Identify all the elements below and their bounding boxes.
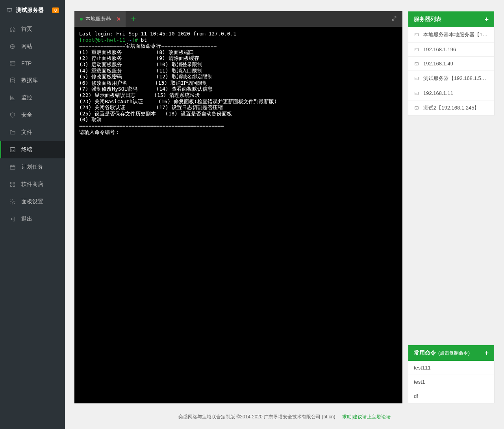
- footer: 奕盛网络与宝塔联合定制版 ©2014-2020 广东堡塔安全技术有限公司 (bt…: [65, 403, 504, 429]
- ftp-icon: [9, 60, 16, 67]
- svg-rect-3: [10, 64, 15, 65]
- sidebar-item-chart[interactable]: 监控: [0, 89, 65, 106]
- sidebar-item-shield[interactable]: 安全: [0, 106, 65, 124]
- server-list-item[interactable]: 192.168.1.11: [408, 86, 494, 100]
- svg-rect-15: [415, 48, 419, 51]
- server-list-header: 服务器列表 +: [408, 11, 494, 27]
- terminal-panel: 本地服务器 ✕ + Last login: Fri Sep 11 10:45:1…: [74, 11, 402, 403]
- fullscreen-button[interactable]: [391, 16, 397, 22]
- sidebar-header: 测试服务器 0: [0, 0, 65, 20]
- sidebar-item-label: 面板设置: [21, 198, 43, 205]
- server-list-item[interactable]: 192.168.1.49: [408, 56, 494, 71]
- sidebar-item-label: 退出: [21, 215, 32, 223]
- sidebar-item-exit[interactable]: 退出: [0, 210, 65, 228]
- server-list-item[interactable]: 测试2【192.168.1.245】: [408, 100, 494, 115]
- sidebar-item-label: 安全: [21, 111, 32, 119]
- terminal-small-icon: [414, 76, 419, 81]
- terminal-small-icon: [414, 91, 419, 96]
- sidebar-item-home[interactable]: 首页: [0, 20, 65, 38]
- svg-rect-11: [11, 185, 12, 186]
- add-server-button[interactable]: +: [484, 17, 489, 22]
- svg-rect-16: [415, 62, 419, 65]
- terminal-small-icon: [414, 106, 419, 110]
- sidebar-item-label: 数据库: [21, 77, 38, 84]
- terminal-tab[interactable]: 本地服务器 ✕: [74, 11, 126, 27]
- server-list-title: 服务器列表: [414, 16, 441, 23]
- add-command-button[interactable]: +: [484, 350, 489, 356]
- svg-point-6: [11, 78, 15, 79]
- server-list-item[interactable]: 本地服务器本地服务器【127.0.0....: [408, 27, 494, 42]
- terminal-icon: [9, 147, 16, 153]
- sidebar-item-globe[interactable]: 网站: [0, 38, 65, 55]
- svg-rect-17: [415, 77, 419, 80]
- sidebar: 测试服务器 0 首页网站FTP数据库监控安全文件终端计划任务软件商店面板设置退出: [0, 0, 65, 429]
- calendar-icon: [9, 164, 16, 170]
- sidebar-nav: 首页网站FTP数据库监控安全文件终端计划任务软件商店面板设置退出: [0, 20, 65, 228]
- server-list-item[interactable]: 测试服务器【192.168.1.53】: [408, 71, 494, 86]
- sidebar-item-label: 网站: [21, 43, 32, 50]
- server-name-title: 测试服务器: [6, 7, 44, 14]
- sidebar-item-gear[interactable]: 面板设置: [0, 193, 65, 210]
- svg-rect-12: [13, 185, 15, 186]
- sidebar-item-label: 监控: [21, 94, 32, 101]
- expand-icon: [391, 16, 397, 21]
- exit-icon: [9, 216, 16, 222]
- svg-point-5: [11, 65, 11, 65]
- notification-badge[interactable]: 0: [52, 7, 59, 13]
- terminal-small-icon: [414, 61, 419, 66]
- terminal-output[interactable]: Last login: Fri Sep 11 10:45:10 2020 fro…: [74, 27, 402, 403]
- command-item[interactable]: df: [408, 389, 494, 403]
- footer-text: 奕盛网络与宝塔联合定制版 ©2014-2020 广东堡塔安全技术有限公司 (bt…: [178, 414, 335, 420]
- globe-icon: [9, 43, 16, 50]
- svg-rect-19: [415, 107, 419, 110]
- sidebar-item-terminal[interactable]: 终端: [0, 141, 65, 158]
- monitor-icon: [6, 7, 13, 13]
- close-tab-icon[interactable]: ✕: [117, 16, 121, 22]
- svg-rect-2: [10, 61, 15, 63]
- terminal-small-icon: [414, 32, 419, 37]
- svg-rect-18: [415, 92, 419, 95]
- database-icon: [9, 77, 16, 84]
- command-item[interactable]: test111: [408, 361, 494, 375]
- server-list-card: 服务器列表 + 本地服务器本地服务器【127.0.0....192.168.1.…: [408, 11, 495, 116]
- add-tab-button[interactable]: +: [126, 14, 141, 24]
- main-area: 本地服务器 ✕ + Last login: Fri Sep 11 10:45:1…: [65, 0, 504, 429]
- svg-point-4: [11, 62, 11, 63]
- commands-header: 常用命令 (点击复制命令) +: [408, 345, 494, 361]
- home-icon: [9, 26, 16, 32]
- terminal-small-icon: [414, 47, 419, 52]
- footer-link[interactable]: 求助|建议请上宝塔论坛: [342, 414, 391, 420]
- svg-rect-9: [11, 182, 12, 184]
- folder-icon: [9, 129, 16, 136]
- sidebar-item-folder[interactable]: 文件: [0, 124, 65, 141]
- sidebar-item-label: 终端: [21, 146, 32, 153]
- chart-icon: [9, 95, 16, 101]
- grid-icon: [9, 181, 16, 188]
- svg-rect-8: [10, 165, 15, 169]
- command-item[interactable]: test1: [408, 375, 494, 389]
- gear-icon: [9, 199, 16, 205]
- shield-icon: [9, 112, 16, 118]
- svg-rect-10: [13, 182, 15, 184]
- sidebar-item-label: 首页: [21, 26, 32, 33]
- commands-title: 常用命令 (点击复制命令): [414, 349, 470, 357]
- commands-card: 常用命令 (点击复制命令) + test111test1df: [408, 345, 495, 403]
- svg-rect-14: [415, 33, 419, 36]
- server-list-item[interactable]: 192.168.1.196: [408, 42, 494, 56]
- sidebar-item-grid[interactable]: 软件商店: [0, 176, 65, 193]
- right-panels: 服务器列表 + 本地服务器本地服务器【127.0.0....192.168.1.…: [408, 11, 495, 403]
- svg-point-13: [12, 201, 13, 202]
- sidebar-item-calendar[interactable]: 计划任务: [0, 158, 65, 176]
- sidebar-item-label: 软件商店: [21, 181, 43, 188]
- sidebar-item-label: 文件: [21, 129, 32, 136]
- sidebar-item-label: FTP: [21, 60, 32, 67]
- sidebar-item-label: 计划任务: [21, 163, 43, 171]
- status-dot-icon: [80, 18, 83, 20]
- svg-rect-0: [7, 8, 12, 11]
- terminal-tab-label: 本地服务器: [85, 15, 111, 22]
- sidebar-item-ftp[interactable]: FTP: [0, 55, 65, 72]
- sidebar-title-text: 测试服务器: [16, 7, 44, 14]
- terminal-tabs-bar: 本地服务器 ✕ +: [74, 11, 402, 27]
- svg-rect-7: [10, 148, 15, 152]
- sidebar-item-database[interactable]: 数据库: [0, 72, 65, 89]
